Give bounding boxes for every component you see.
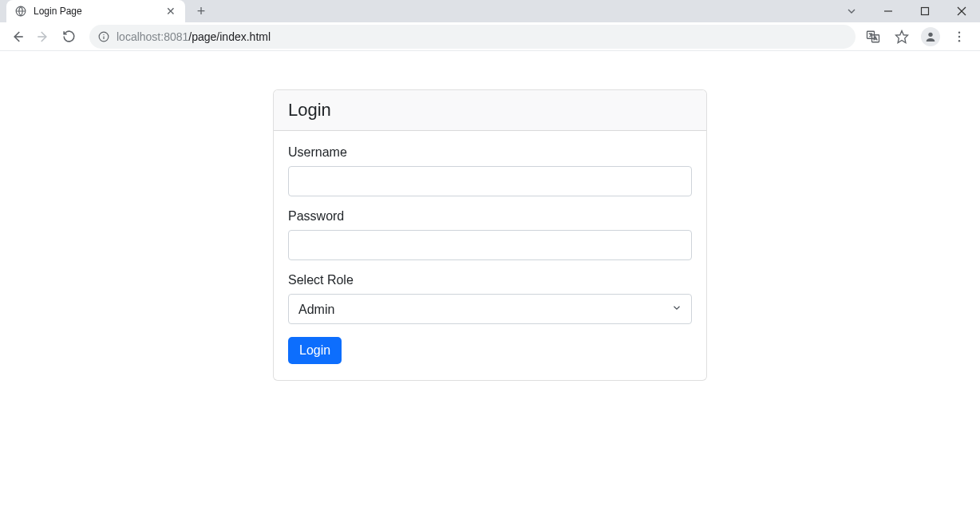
translate-icon[interactable]	[862, 26, 884, 48]
forward-button[interactable]	[32, 26, 54, 48]
card-title: Login	[274, 90, 706, 131]
role-label: Select Role	[288, 273, 692, 287]
toolbar: localhost:8081/page/index.html	[0, 22, 980, 51]
window-close-button[interactable]	[943, 0, 980, 22]
login-button[interactable]: Login	[288, 337, 342, 364]
profile-button[interactable]	[919, 26, 942, 48]
password-label: Password	[288, 209, 692, 224]
back-button[interactable]	[6, 26, 29, 48]
address-bar[interactable]: localhost:8081/page/index.html	[89, 25, 856, 49]
maximize-button[interactable]	[907, 0, 943, 22]
svg-point-13	[928, 32, 932, 36]
svg-point-14	[958, 31, 960, 33]
svg-marker-12	[896, 30, 908, 42]
svg-point-9	[103, 34, 104, 34]
globe-icon	[14, 5, 27, 18]
login-card: Login Username Password Select Role Admi…	[273, 89, 707, 381]
username-label: Username	[288, 145, 692, 160]
chevron-down-icon[interactable]	[833, 0, 870, 22]
window-controls	[833, 0, 980, 22]
reload-button[interactable]	[57, 26, 80, 48]
page-content: Login Username Password Select Role Admi…	[0, 51, 980, 381]
url-text: localhost:8081/page/index.html	[117, 30, 848, 43]
minimize-button[interactable]	[870, 0, 907, 22]
info-icon[interactable]	[97, 30, 110, 43]
svg-point-16	[958, 40, 960, 42]
close-icon[interactable]: ✕	[164, 5, 177, 18]
new-tab-button[interactable]: +	[190, 0, 212, 22]
role-select[interactable]: Admin	[288, 294, 692, 324]
password-input[interactable]	[288, 230, 692, 260]
browser-chrome: Login Page ✕ +	[0, 0, 980, 51]
username-input[interactable]	[288, 166, 692, 196]
active-tab[interactable]: Login Page ✕	[6, 0, 185, 22]
tab-strip: Login Page ✕ +	[0, 0, 980, 22]
kebab-menu-icon[interactable]	[948, 26, 970, 48]
toolbar-right	[862, 26, 974, 48]
avatar-icon	[921, 27, 940, 46]
tab-title: Login Page	[34, 6, 164, 17]
svg-point-15	[958, 35, 960, 37]
star-icon[interactable]	[891, 26, 913, 48]
login-form: Username Password Select Role Admin	[274, 131, 706, 380]
svg-rect-2	[922, 8, 929, 15]
